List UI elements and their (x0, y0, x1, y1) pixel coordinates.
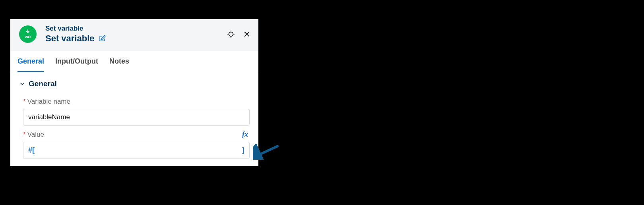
locate-button[interactable] (227, 30, 235, 39)
expression-open-bracket: #[ (28, 146, 35, 155)
edit-icon (99, 35, 106, 42)
section-title: General (29, 79, 57, 88)
variable-name-input[interactable] (23, 109, 250, 126)
fx-button[interactable]: fx (241, 130, 250, 139)
tab-bar: General Input/Output Notes (10, 51, 258, 72)
close-icon (243, 31, 250, 38)
value-expression-input[interactable]: #[ ] (23, 142, 250, 159)
svg-point-0 (229, 32, 233, 37)
section-toggle-general[interactable]: General (19, 79, 250, 88)
field-variable-name: *Variable name (23, 98, 250, 126)
expression-close-bracket: ] (242, 146, 244, 155)
tab-input-output[interactable]: Input/Output (55, 51, 98, 72)
tab-notes[interactable]: Notes (109, 51, 129, 72)
required-mark: * (23, 98, 26, 105)
required-mark: * (23, 131, 26, 138)
panel-header: var Set variable Set variable (10, 19, 258, 51)
tab-general[interactable]: General (17, 51, 44, 72)
set-variable-panel: var Set variable Set variable (10, 19, 258, 166)
panel-body: General *Variable name *Value (10, 72, 258, 166)
component-type-label: Set variable (45, 25, 106, 33)
variable-name-label: Variable name (27, 98, 70, 105)
set-variable-icon: var (19, 25, 37, 43)
field-value: *Value fx #[ ] (23, 130, 250, 159)
chevron-down-icon (19, 81, 25, 87)
panel-title: Set variable (45, 33, 95, 44)
crosshair-icon (227, 30, 235, 38)
edit-title-button[interactable] (99, 35, 106, 42)
icon-caption: var (25, 35, 31, 39)
value-label: Value (27, 131, 44, 138)
svg-line-7 (257, 146, 277, 156)
close-button[interactable] (242, 30, 251, 39)
